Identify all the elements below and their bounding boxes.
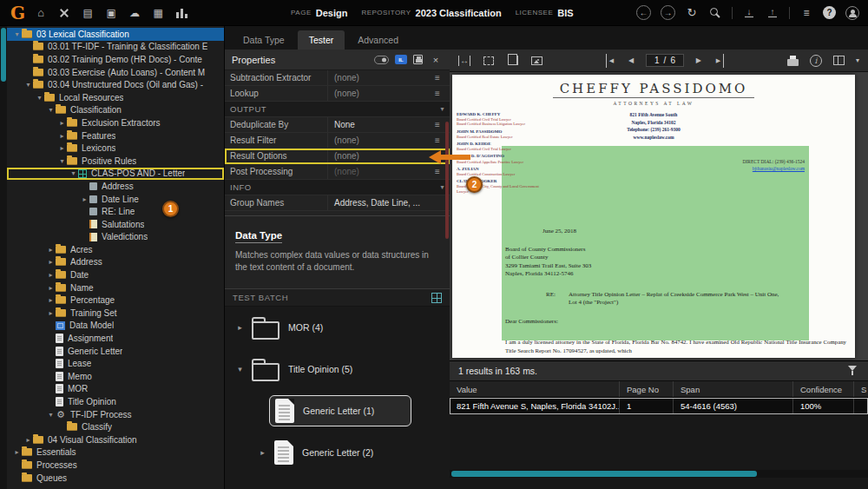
results-column-confidence[interactable]: Confidence xyxy=(793,381,854,397)
collapse-icon[interactable]: ▾ xyxy=(57,157,67,165)
tree-item-salutations[interactable]: Salutations xyxy=(7,218,224,231)
copy-pages-icon[interactable] xyxy=(510,56,518,65)
collapse-icon[interactable]: ▾ xyxy=(46,106,56,114)
expand-icon[interactable]: ▸ xyxy=(46,246,56,254)
image-view-icon[interactable] xyxy=(531,56,542,65)
property-value[interactable]: None xyxy=(327,117,431,132)
property-row-deduplicate-by[interactable]: Deduplicate ByNone≡ xyxy=(225,117,450,133)
breadcrumb-value-page[interactable]: Design xyxy=(316,8,348,18)
tree-item-04-visual-classification[interactable]: ▸04 Visual Classification xyxy=(7,433,224,446)
refresh-icon[interactable]: ↻ xyxy=(685,6,699,20)
expand-icon[interactable]: ▸ xyxy=(46,284,56,292)
fit-width-icon[interactable]: ↔ xyxy=(458,56,470,66)
collapse-icon[interactable]: ▾ xyxy=(23,81,33,89)
code-icon[interactable]: IL xyxy=(395,55,407,64)
tree-item-exclusion-extractors[interactable]: ▸Exclusion Extractors xyxy=(7,116,224,129)
property-value[interactable]: (none) xyxy=(327,86,431,101)
breadcrumb-value-repository[interactable]: 2023 Classification xyxy=(416,8,502,18)
tree-item-tf-idf-process[interactable]: ▾⚙TF-IDF Process xyxy=(7,408,224,421)
tree-item-03-01-tf-idf-training-classification-e[interactable]: 03.01 TF-IDF - Training & Classification… xyxy=(7,41,224,54)
tree-item-title-opinion[interactable]: Title Opinion xyxy=(7,395,224,408)
view-layout-icon[interactable] xyxy=(833,56,845,65)
expand-icon[interactable]: ▸ xyxy=(46,271,56,279)
tree-item-percentage[interactable]: ▸Percentage xyxy=(7,294,224,307)
expand-icon[interactable]: ▸ xyxy=(46,296,56,304)
results-column-s[interactable]: S xyxy=(854,381,868,397)
tree-item-address[interactable]: ▸Address xyxy=(7,256,224,269)
tree-item-local-resources[interactable]: ▾Local Resources xyxy=(7,91,224,104)
expand-icon[interactable]: ▸ xyxy=(57,144,67,152)
previous-page-icon[interactable]: ◀ xyxy=(624,54,638,68)
results-scrollbar-thumb[interactable] xyxy=(451,471,757,477)
batch-grid-icon[interactable] xyxy=(431,293,442,303)
batch-item-body[interactable]: Generic Letter (2) xyxy=(269,438,382,467)
tree-item-assignment[interactable]: Assignment xyxy=(7,332,224,345)
tree-item-data-model[interactable]: Data Model xyxy=(7,320,224,333)
expand-icon[interactable]: ▸ xyxy=(46,258,56,266)
batch-item-generic-letter-2[interactable]: ▸Generic Letter (2) xyxy=(225,432,450,473)
tree-item-re-line[interactable]: RE: Line xyxy=(7,205,224,218)
property-row-result-options[interactable]: Result Options(none)⋯ xyxy=(225,149,450,164)
properties-scrollbar-thumb[interactable] xyxy=(445,122,449,239)
section-output[interactable]: OUTPUT▾ xyxy=(225,102,450,117)
property-row-group-names[interactable]: Group NamesAddress, Date Line, ... xyxy=(225,195,450,211)
expand-icon[interactable]: ▸ xyxy=(80,195,89,203)
property-row-subtraction-extractor[interactable]: Subtraction Extractor(none)≡ xyxy=(225,70,450,86)
tree-item-memo[interactable]: Memo xyxy=(7,370,224,383)
media-icon[interactable]: ▣ xyxy=(104,6,118,20)
collapse-icon[interactable]: ▾ xyxy=(233,365,247,373)
home-icon[interactable]: ⌂ xyxy=(34,6,48,20)
property-value[interactable]: (none) xyxy=(327,70,431,85)
results-column-page-no[interactable]: Page No xyxy=(620,381,674,397)
tree-scrollbar-track[interactable] xyxy=(0,26,7,489)
collapse-icon[interactable]: ▾ xyxy=(46,411,56,419)
help-title-link[interactable]: Data Type xyxy=(235,230,282,243)
tree-item-name[interactable]: ▸Name xyxy=(7,281,224,294)
layers-icon[interactable]: ≡ xyxy=(799,6,813,20)
section-info[interactable]: INFO▾ xyxy=(225,180,450,195)
batch-item-generic-letter-1[interactable]: Generic Letter (1) xyxy=(225,390,450,432)
tree-item-lexicons[interactable]: ▸Lexicons xyxy=(7,142,224,155)
tree-item-training-set[interactable]: ▸Training Set xyxy=(7,307,224,320)
tree-item-date[interactable]: ▸Date xyxy=(7,268,224,281)
expand-icon[interactable]: ▸ xyxy=(57,119,67,127)
app-logo[interactable]: G xyxy=(10,3,25,23)
tab-tester[interactable]: Tester xyxy=(298,30,345,50)
property-menu-button[interactable]: ≡ xyxy=(431,167,444,176)
property-value[interactable]: (none) xyxy=(327,164,431,179)
tab-data-type[interactable]: Data Type xyxy=(232,30,296,50)
caret-down-icon[interactable]: ▾ xyxy=(856,56,859,64)
property-row-result-filter[interactable]: Result Filter(none)≡ xyxy=(225,133,450,149)
selection-marquee-icon[interactable] xyxy=(483,56,494,65)
save-icon[interactable] xyxy=(413,55,423,64)
collapse-icon[interactable]: ▾ xyxy=(35,94,44,102)
batch-item-mor-4[interactable]: ▸MOR (4) xyxy=(225,307,450,348)
tree-item-03-03-exercise-auto-loans-content-m[interactable]: 03.03 Exercise (Auto Loans) - Content M xyxy=(7,66,224,79)
tree-item-lease[interactable]: Lease xyxy=(7,357,224,370)
tree-item-valedictions[interactable]: Valedictions xyxy=(7,231,224,244)
document-view[interactable]: CHEFFY PASSIDOMO ATTORNEYS AT LAW EDWARD… xyxy=(450,72,868,360)
tree-item-mor[interactable]: MOR xyxy=(7,383,224,396)
close-icon[interactable]: × xyxy=(429,53,443,67)
tree-item-03-02-training-demo-hr-docs-conte[interactable]: 03.02 Training Demo (HR Docs) - Conte xyxy=(7,53,224,66)
bank-icon[interactable]: ▦ xyxy=(151,6,165,20)
cloud-upload-icon[interactable]: ☁ xyxy=(128,6,141,20)
page-indicator[interactable]: 1/6 xyxy=(646,54,684,67)
results-scrollbar-track[interactable] xyxy=(450,470,868,478)
first-page-icon[interactable]: ◀ xyxy=(606,54,616,68)
tree-item-features[interactable]: ▸Features xyxy=(7,129,224,142)
property-menu-button[interactable]: ≡ xyxy=(431,73,444,83)
tree-item-classification[interactable]: ▾Classification xyxy=(7,104,224,117)
tree-item-generic-letter[interactable]: Generic Letter xyxy=(7,345,224,358)
page-info-icon[interactable]: i xyxy=(810,55,822,67)
last-page-icon[interactable]: ▶ xyxy=(713,54,724,68)
user-icon[interactable] xyxy=(845,6,859,20)
results-table-row[interactable]: 821 Fifth Avenue S, Naples, Florida 3410… xyxy=(450,398,868,414)
results-column-span[interactable]: Span xyxy=(674,381,793,397)
chart-icon[interactable] xyxy=(174,6,188,20)
tab-advanced[interactable]: Advanced xyxy=(346,30,410,50)
property-value[interactable]: (none) xyxy=(327,133,431,148)
help-icon[interactable]: ? xyxy=(823,6,836,19)
expand-icon[interactable]: ▸ xyxy=(256,448,269,457)
download-icon[interactable]: ↓ xyxy=(742,6,756,20)
